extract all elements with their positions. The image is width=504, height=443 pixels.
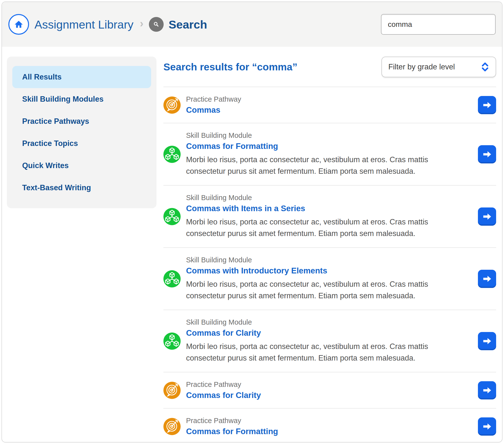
arrow-right-icon <box>481 99 493 111</box>
sidebar-item-label: All Results <box>22 73 62 81</box>
sidebar-item-label: Text-Based Writing <box>22 183 91 192</box>
open-result-button[interactable] <box>478 145 496 164</box>
body: All Results Skill Building Modules Pract… <box>2 47 502 442</box>
result-category-label: Practice Pathway <box>186 95 241 103</box>
result-title-link[interactable]: Commas <box>186 105 220 115</box>
sidebar-item-label: Practice Topics <box>22 139 78 148</box>
result-category-label: Skill Building Module <box>186 131 447 140</box>
breadcrumb-separator-icon: › <box>140 17 144 30</box>
sidebar-filter-item[interactable]: Practice Pathways <box>12 110 151 132</box>
results-filter-sidebar: All Results Skill Building Modules Pract… <box>7 56 157 208</box>
search-icon-badge <box>149 17 164 32</box>
home-button[interactable] <box>8 14 29 35</box>
result-row: Practice Pathway Commas for Formatting <box>163 408 496 442</box>
open-result-button[interactable] <box>478 381 496 399</box>
result-description: Morbi leo risus, porta ac consectetur ac… <box>186 154 447 177</box>
open-result-button[interactable] <box>478 96 496 114</box>
result-description: Morbi leo risus, porta ac consectetur ac… <box>186 341 447 364</box>
result-row: Skill Building Module Commas for Clarity… <box>163 310 496 372</box>
result-text: Skill Building Module Commas with Introd… <box>186 256 447 301</box>
results-header: Search results for “comma” Filter by gra… <box>163 56 496 77</box>
result-title-link[interactable]: Commas with Introductory Elements <box>186 266 327 276</box>
result-title-link[interactable]: Commas for Formatting <box>186 427 278 436</box>
open-result-button[interactable] <box>478 270 496 288</box>
result-title-link[interactable]: Commas with Items in a Series <box>186 204 305 213</box>
result-category-label: Practice Pathway <box>186 381 261 388</box>
search-input[interactable] <box>381 14 496 35</box>
page-title: Search <box>169 18 207 31</box>
sidebar-item-label: Skill Building Modules <box>22 95 104 104</box>
practice-pathway-target-icon <box>163 382 181 399</box>
result-text: Practice Pathway Commas <box>186 95 241 115</box>
arrow-right-icon <box>481 335 493 347</box>
result-row: Skill Building Module Commas for Formatt… <box>163 123 496 185</box>
sidebar-filter-item[interactable]: All Results <box>12 66 151 88</box>
result-description: Morbi leo risus, porta ac consectetur ac… <box>186 216 447 239</box>
result-title-link[interactable]: Commas for Clarity <box>186 390 261 400</box>
arrow-right-icon <box>481 385 493 396</box>
sidebar-filter-item[interactable]: Text-Based Writing <box>12 177 151 199</box>
result-row: Practice Pathway Commas <box>163 87 496 123</box>
search-icon <box>152 20 161 29</box>
arrow-right-icon <box>481 273 493 284</box>
skill-module-cubes-icon <box>163 208 181 225</box>
open-result-button[interactable] <box>478 207 496 226</box>
app-frame: Assignment Library › Search All Results … <box>1 1 503 443</box>
result-category-label: Practice Pathway <box>186 417 278 425</box>
open-result-button[interactable] <box>478 417 496 436</box>
results-heading: Search results for “comma” <box>163 61 298 73</box>
result-text: Practice Pathway Commas for Clarity <box>186 381 261 400</box>
home-icon <box>13 19 24 30</box>
skill-module-cubes-icon <box>163 146 181 163</box>
skill-module-cubes-icon <box>163 332 181 350</box>
skill-module-cubes-icon <box>163 270 181 287</box>
result-category-label: Skill Building Module <box>186 318 447 326</box>
arrow-right-icon <box>481 211 493 222</box>
practice-pathway-target-icon <box>163 96 181 114</box>
app-header: Assignment Library › Search <box>2 2 502 47</box>
result-title-link[interactable]: Commas for Clarity <box>186 328 261 338</box>
breadcrumb-assignment-library[interactable]: Assignment Library <box>35 18 133 31</box>
sidebar-item-label: Quick Writes <box>22 161 69 170</box>
result-row: Skill Building Module Commas with Items … <box>163 185 496 247</box>
result-text: Skill Building Module Commas for Clarity… <box>186 318 447 364</box>
grade-filter-label: Filter by grade level <box>388 62 455 71</box>
result-description: Morbi leo risus, porta ac consectetur ac… <box>186 278 447 301</box>
result-text: Skill Building Module Commas for Formatt… <box>186 131 447 177</box>
updown-chevron-icon <box>481 62 489 72</box>
results-list: Practice Pathway Commas <box>163 87 496 442</box>
result-title-link[interactable]: Commas for Formatting <box>186 142 278 151</box>
result-category-label: Skill Building Module <box>186 194 447 202</box>
result-row: Practice Pathway Commas for Clarity <box>163 372 496 408</box>
result-text: Skill Building Module Commas with Items … <box>186 194 447 239</box>
sidebar-filter-item[interactable]: Quick Writes <box>12 155 151 177</box>
search-results-main: Search results for “comma” Filter by gra… <box>163 56 496 442</box>
result-category-label: Skill Building Module <box>186 256 447 264</box>
practice-pathway-target-icon <box>163 418 181 435</box>
open-result-button[interactable] <box>478 332 496 350</box>
arrow-right-icon <box>481 421 493 432</box>
grade-level-filter-select[interactable]: Filter by grade level <box>381 56 496 77</box>
arrow-right-icon <box>481 149 493 160</box>
result-text: Practice Pathway Commas for Formatting <box>186 417 278 436</box>
result-row: Skill Building Module Commas with Introd… <box>163 247 496 310</box>
sidebar-filter-item[interactable]: Practice Topics <box>12 132 151 155</box>
sidebar-item-label: Practice Pathways <box>22 117 89 126</box>
sidebar-filter-item[interactable]: Skill Building Modules <box>12 88 151 110</box>
